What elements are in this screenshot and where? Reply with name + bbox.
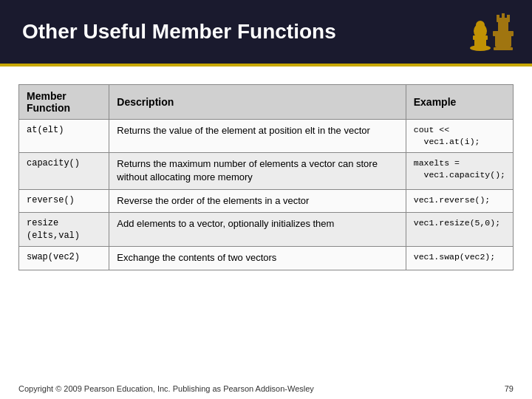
page-footer: Copyright © 2009 Pearson Education, Inc.…: [18, 384, 514, 393]
cell-description: Returns the maximum number of elements a…: [109, 153, 406, 189]
page-number: 79: [505, 384, 514, 393]
svg-rect-6: [507, 15, 510, 19]
page-header: Other Useful Member Functions: [0, 0, 532, 64]
cell-description: Add elements to a vector, optionally ini…: [109, 212, 406, 247]
cell-description: Returns the value of the element at posi…: [109, 120, 406, 153]
page-title: Other Useful Member Functions: [22, 20, 336, 44]
cell-description: Reverse the order of the elements in a v…: [109, 189, 406, 212]
cell-description: Exchange the contents of two vectors: [109, 247, 406, 270]
col-header-example: Example: [406, 85, 513, 120]
cell-example: vec1.swap(vec2);: [406, 247, 513, 270]
table-row: capacity()Returns the maximum number of …: [19, 153, 514, 189]
cell-member: swap(vec2): [19, 247, 109, 270]
table-row: swap(vec2)Exchange the contents of two v…: [19, 247, 514, 270]
cell-member: resize (elts,val): [19, 212, 109, 247]
svg-rect-2: [498, 21, 508, 33]
chess-pieces-svg: [467, 10, 517, 53]
table-row: at(elt)Returns the value of the element …: [19, 120, 514, 153]
cell-example: cout << vec1.at(i);: [406, 120, 513, 153]
svg-rect-5: [502, 13, 505, 19]
table-row: resize (elts,val)Add elements to a vecto…: [19, 212, 514, 247]
svg-point-12: [476, 21, 485, 30]
col-header-description: Description: [109, 85, 406, 120]
svg-rect-4: [497, 15, 499, 19]
cell-example: vec1.resize(5,0);: [406, 212, 513, 247]
cell-member: capacity(): [19, 153, 109, 189]
cell-example: maxelts = vec1.capacity();: [406, 153, 513, 189]
chess-icon: [467, 10, 517, 53]
col-header-member: Member Function: [19, 85, 109, 120]
main-content: Member Function Description Example at(e…: [0, 66, 532, 278]
cell-example: vec1.reverse();: [406, 189, 513, 212]
functions-table: Member Function Description Example at(e…: [18, 84, 514, 270]
cell-member: reverse(): [19, 189, 109, 212]
copyright-text: Copyright © 2009 Pearson Education, Inc.…: [18, 384, 314, 393]
svg-rect-7: [494, 47, 513, 50]
cell-member: at(elt): [19, 120, 109, 153]
table-row: reverse()Reverse the order of the elemen…: [19, 189, 514, 212]
